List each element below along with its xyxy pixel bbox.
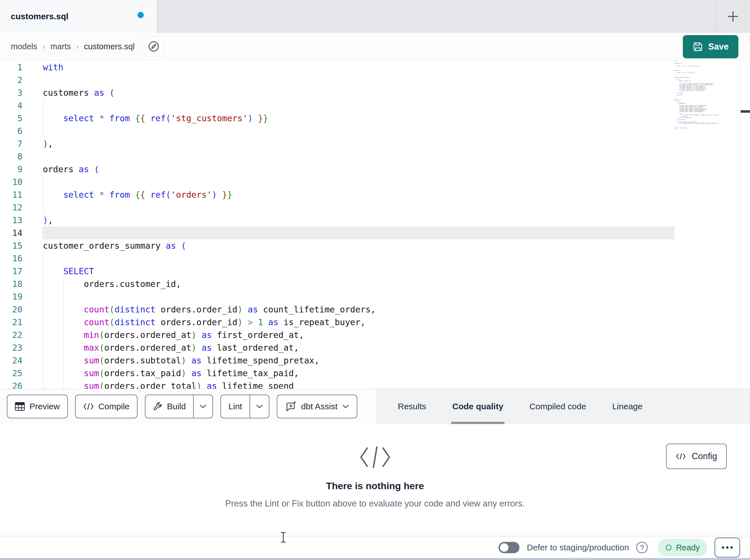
- save-label: Save: [708, 42, 729, 52]
- dbt-ide-window: { "tab_bar": { "active_tab": "customers.…: [0, 0, 750, 560]
- minimap[interactable]: with customers as ( select * from {{ ref…: [674, 61, 739, 129]
- panel-tab-results[interactable]: Results: [397, 389, 427, 424]
- text-cursor-pointer: [280, 532, 287, 543]
- scrollbar-thumb[interactable]: [741, 110, 750, 113]
- scrollbar-track: [740, 60, 741, 389]
- breadcrumb-separator: ›: [76, 42, 79, 51]
- empty-state-subtitle: Press the Lint or Fix button above to ev…: [0, 499, 750, 509]
- lint-button[interactable]: Lint: [221, 395, 249, 418]
- action-toolbar: Preview Compile Build: [0, 389, 750, 424]
- code-editor[interactable]: 1234567891011121314151617181920212223242…: [0, 60, 750, 389]
- breadcrumb-models[interactable]: models: [11, 42, 37, 51]
- status-circle-icon: [665, 544, 672, 551]
- toggle-knob: [500, 543, 508, 552]
- code-icon: [676, 453, 686, 460]
- breadcrumb: models › marts › customers.sql: [0, 33, 750, 60]
- panel-tab-compiled-code[interactable]: Compiled code: [528, 389, 587, 424]
- panel-tabs: ResultsCode qualityCompiled codeLineage: [377, 389, 750, 424]
- assist-label: dbt Assist: [301, 402, 337, 411]
- unsaved-changes-dot-icon: [138, 12, 144, 18]
- window-bottom-edge: [0, 558, 750, 560]
- build-label: Build: [167, 402, 186, 411]
- config-button[interactable]: Config: [666, 443, 727, 469]
- tab-title: customers.sql: [11, 12, 68, 21]
- more-options-button[interactable]: [714, 538, 740, 557]
- table-icon: [15, 402, 25, 411]
- wrench-icon: [153, 402, 162, 411]
- breadcrumb-customers-sql: customers.sql: [84, 42, 135, 51]
- empty-state-code-icon: [358, 444, 392, 470]
- tab-customers-sql[interactable]: customers.sql: [0, 0, 157, 33]
- breadcrumb-marts[interactable]: marts: [51, 42, 71, 51]
- help-icon[interactable]: ?: [636, 542, 648, 553]
- line-number-gutter: 1234567891011121314151617181920212223242…: [0, 61, 22, 389]
- chevron-down-icon: [199, 404, 207, 409]
- breadcrumb-separator: ›: [42, 42, 45, 51]
- status-bar: Defer to staging/production ? Ready: [0, 537, 750, 558]
- build-button[interactable]: Build: [145, 395, 193, 418]
- build-dropdown-button[interactable]: [194, 395, 212, 418]
- defer-toggle[interactable]: [498, 542, 519, 553]
- chevron-down-icon: [256, 404, 263, 409]
- empty-state-title: There is nothing here: [0, 480, 750, 492]
- compass-icon: [147, 40, 160, 53]
- lint-dropdown-button[interactable]: [250, 395, 269, 418]
- dbt-assist-button[interactable]: dbt Assist: [277, 395, 357, 418]
- config-label: Config: [692, 451, 717, 461]
- save-button[interactable]: Save: [683, 35, 738, 58]
- defer-label: Defer to staging/production: [527, 543, 629, 552]
- floppy-disk-icon: [692, 41, 703, 52]
- build-split-button[interactable]: Build: [145, 395, 213, 418]
- lint-split-button[interactable]: Lint: [220, 395, 269, 418]
- lint-label: Lint: [228, 402, 242, 411]
- ready-label: Ready: [676, 543, 700, 552]
- code-content[interactable]: with customers as ( select * from {{ ref…: [43, 61, 376, 389]
- code-quality-panel: There is nothing here Press the Lint or …: [0, 424, 750, 537]
- panel-tab-lineage[interactable]: Lineage: [611, 389, 644, 424]
- compile-label: Compile: [98, 402, 130, 411]
- preview-label: Preview: [29, 402, 60, 411]
- chevron-down-icon: [342, 404, 349, 409]
- compile-button[interactable]: Compile: [75, 395, 138, 418]
- navigate-file-button[interactable]: [143, 36, 165, 57]
- new-tab-button[interactable]: [716, 0, 750, 33]
- code-icon: [83, 403, 94, 410]
- tab-bar: customers.sql: [0, 0, 750, 33]
- panel-tab-code-quality[interactable]: Code quality: [451, 389, 505, 424]
- preview-button[interactable]: Preview: [7, 395, 68, 418]
- ide-status-badge[interactable]: Ready: [658, 539, 707, 556]
- assist-chat-icon: [285, 400, 297, 412]
- plus-icon: [726, 9, 740, 23]
